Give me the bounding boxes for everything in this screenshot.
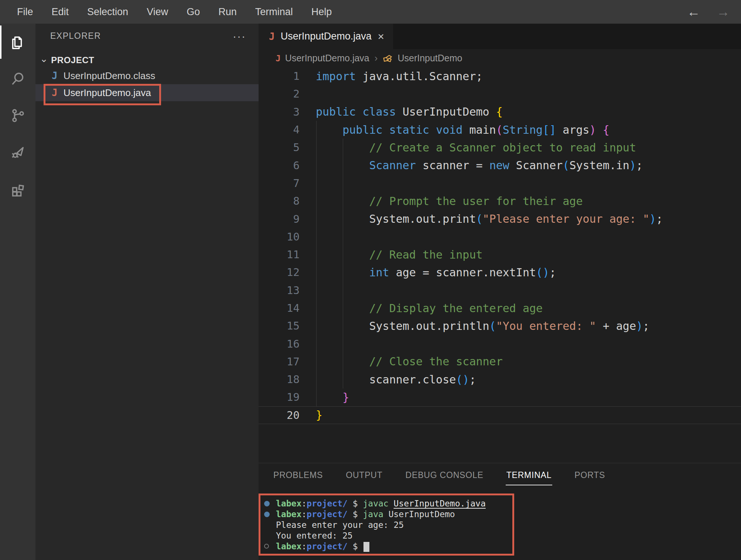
file-item-userinputdemo-java[interactable]: J UserInputDemo.java: [35, 84, 259, 101]
panel-tab-output[interactable]: OUTPUT: [345, 465, 383, 485]
line-number: 6: [259, 159, 316, 172]
tab-userinputdemo-java[interactable]: J UserInputDemo.java ×: [259, 24, 393, 49]
menu-item-run[interactable]: Run: [218, 6, 237, 18]
line-number: 8: [259, 195, 316, 207]
editor-tab-bar: J UserInputDemo.java ×: [259, 24, 741, 49]
explorer-header: EXPLORER ···: [50, 31, 246, 41]
run-debug-icon: [9, 144, 26, 162]
explorer-title: EXPLORER: [50, 31, 101, 41]
panel-tab-terminal[interactable]: TERMINAL: [506, 465, 553, 485]
java-class-file-icon: J: [52, 70, 58, 81]
panel-tab-ports[interactable]: PORTS: [574, 465, 606, 485]
line-number: 5: [259, 141, 316, 154]
panel-tab-debug-console[interactable]: DEBUG CONSOLE: [405, 465, 484, 485]
activity-explorer-button[interactable]: [0, 24, 35, 61]
code-line-13: 13: [259, 281, 741, 299]
menu-item-selection[interactable]: Selection: [87, 6, 128, 18]
line-number: 18: [259, 373, 316, 386]
activity-run-debug-button[interactable]: [0, 134, 35, 171]
source-control-icon: [9, 107, 26, 125]
menu-item-help[interactable]: Help: [311, 6, 332, 18]
activity-source-control-button[interactable]: [0, 98, 35, 134]
line-number: 3: [259, 106, 316, 118]
breadcrumb-separator-icon: ›: [374, 52, 379, 64]
activity-search-button[interactable]: [0, 61, 35, 98]
code-line-16: 16: [259, 335, 741, 352]
activity-extensions-button[interactable]: [0, 171, 35, 208]
chevron-down-icon: ⌄: [40, 53, 48, 65]
code-line-2: 2: [259, 85, 741, 103]
code-line-4: 4 public static void main(String[] args)…: [259, 121, 741, 139]
file-name: UserInputDemo.java: [64, 87, 151, 99]
back-arrow-icon[interactable]: ←: [687, 4, 700, 20]
code-line-3: 3public class UserInputDemo {: [259, 103, 741, 121]
line-number: 19: [259, 391, 316, 403]
explorer-sidebar: EXPLORER ··· ⌄ PROJECT J UserInputDemo.c…: [35, 24, 259, 560]
files-icon: [9, 33, 26, 51]
panel-tab-problems[interactable]: PROBLEMS: [273, 465, 324, 485]
command-status-dot-icon: [264, 544, 276, 549]
terminal-line-2: labex:project/ $ java UserInputDemo: [264, 509, 512, 520]
code-line-12: 12 int age = scanner.nextInt();: [259, 263, 741, 281]
terminal-line-3: Please enter your age: 25: [264, 520, 512, 530]
code-line-8: 8 // Prompt the user for their age: [259, 192, 741, 210]
code-line-5: 5 // Create a Scanner object to read inp…: [259, 139, 741, 156]
command-status-dot-icon: [264, 501, 276, 506]
close-icon[interactable]: ×: [378, 30, 384, 43]
line-number: 7: [259, 177, 316, 189]
code-line-17: 17 // Close the scanner: [259, 353, 741, 371]
line-number: 9: [259, 213, 316, 225]
line-number: 16: [259, 338, 316, 350]
vscode-window: FileEditSelectionViewGoRunTerminalHelp ←…: [0, 0, 741, 560]
menu-item-edit[interactable]: Edit: [52, 6, 69, 18]
code-line-1: 1import java.util.Scanner;: [259, 67, 741, 85]
line-number: 10: [259, 231, 316, 243]
terminal-line-5: labex:project/ $: [264, 541, 512, 552]
extensions-icon: [9, 181, 26, 199]
line-number: 20: [259, 409, 316, 421]
class-symbol-icon: [383, 53, 393, 64]
line-number: 11: [259, 248, 316, 261]
panel-tabs: PROBLEMSOUTPUTDEBUG CONSOLETERMINALPORTS: [259, 463, 741, 487]
activity-bar: [0, 24, 35, 560]
project-section-label: PROJECT: [51, 55, 94, 65]
line-number: 1: [259, 70, 316, 82]
nav-arrows: ← →: [687, 4, 730, 20]
line-number: 14: [259, 302, 316, 314]
search-icon: [9, 70, 26, 88]
terminal-line-1: labex:project/ $ javac UserInputDemo.jav…: [264, 498, 512, 509]
bottom-panel: PROBLEMSOUTPUTDEBUG CONSOLETERMINALPORTS…: [259, 463, 741, 560]
code-line-10: 10: [259, 228, 741, 246]
terminal[interactable]: labex:project/ $ javac UserInputDemo.jav…: [259, 494, 514, 556]
project-section-header[interactable]: ⌄ PROJECT: [40, 52, 259, 68]
menu-item-file[interactable]: File: [17, 6, 33, 18]
line-number: 13: [259, 284, 316, 297]
code-line-9: 9 System.out.print("Please enter your ag…: [259, 210, 741, 228]
line-number: 12: [259, 266, 316, 279]
file-item-userinputdemo-class[interactable]: J UserInputDemo.class: [35, 67, 259, 84]
line-number: 4: [259, 123, 316, 136]
line-number: 17: [259, 355, 316, 368]
code-line-18: 18 scanner.close();: [259, 371, 741, 388]
code-line-20: 20}: [259, 406, 741, 424]
line-number: 15: [259, 320, 316, 332]
code-editor[interactable]: 1import java.util.Scanner;23public class…: [259, 67, 741, 425]
java-file-icon: J: [276, 54, 281, 63]
breadcrumb-symbol[interactable]: UserInputDemo: [397, 53, 462, 64]
breadcrumb-file[interactable]: UserInputDemo.java: [285, 53, 369, 64]
menu-bar: FileEditSelectionViewGoRunTerminalHelp ←…: [0, 0, 741, 24]
code-line-15: 15 System.out.println("You entered: " + …: [259, 317, 741, 335]
forward-arrow-icon[interactable]: →: [717, 4, 730, 20]
file-name: UserInputDemo.class: [64, 70, 156, 82]
terminal-line-4: You entered: 25: [264, 530, 512, 541]
code-lines: 1import java.util.Scanner;23public class…: [259, 67, 741, 424]
menu-item-go[interactable]: Go: [187, 6, 200, 18]
more-actions-icon[interactable]: ···: [233, 34, 246, 38]
line-number: 2: [259, 88, 316, 100]
code-line-19: 19 }: [259, 388, 741, 406]
terminal-lines: labex:project/ $ javac UserInputDemo.jav…: [264, 498, 512, 552]
java-file-icon: J: [52, 87, 58, 98]
tab-label: UserInputDemo.java: [281, 31, 372, 42]
menu-item-terminal[interactable]: Terminal: [255, 6, 293, 18]
menu-item-view[interactable]: View: [147, 6, 168, 18]
